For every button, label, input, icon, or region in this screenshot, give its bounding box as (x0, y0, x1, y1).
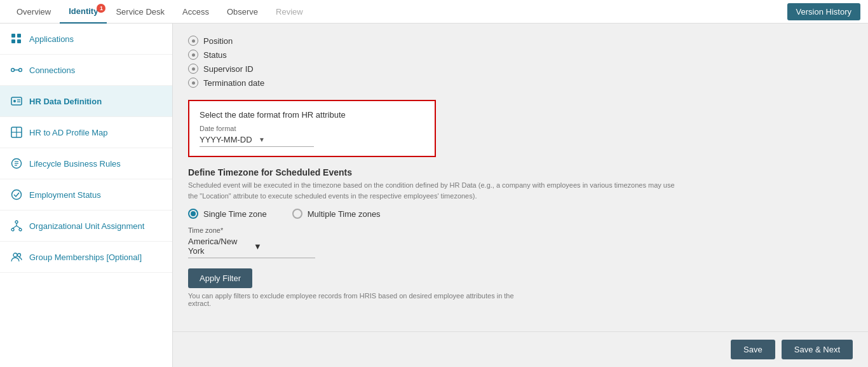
attr-status-label: Status (203, 50, 227, 60)
attr-termination-icon (188, 78, 198, 88)
map-icon (10, 126, 23, 139)
timezone-chevron-down-icon: ▼ (254, 242, 315, 251)
svg-line-23 (13, 226, 17, 228)
top-nav: Overview Identity 1 Service Desk Access … (0, 0, 868, 24)
nav-service-desk[interactable]: Service Desk (107, 0, 173, 24)
connect-icon (10, 64, 23, 76)
radio-multiple-label: Multiple Time zones (308, 209, 381, 219)
sidebar-item-employment-status[interactable]: Employment Status (0, 179, 172, 211)
attr-termination-label: Termination date (203, 78, 264, 88)
sidebar-label-applications: Applications (29, 34, 74, 44)
sidebar: Applications Connections HR (0, 24, 173, 367)
check-icon (10, 188, 23, 201)
nav-access[interactable]: Access (173, 0, 218, 24)
attr-termination-date: Termination date (188, 76, 853, 90)
attr-supervisor-icon (188, 64, 198, 74)
attr-status: Status (188, 48, 853, 62)
svg-point-5 (19, 69, 22, 72)
timezone-row: Time zone* America/New York ▼ (188, 226, 853, 258)
attr-supervisor-label: Supervisor ID (203, 64, 254, 74)
apply-filter-section: Apply Filter You can apply filters to ex… (188, 268, 853, 307)
radio-single-icon (188, 209, 198, 219)
nav-overview[interactable]: Overview (8, 0, 60, 24)
sidebar-item-hr-data-definition[interactable]: HR Data Definition (0, 86, 172, 117)
radio-single-label: Single Time zone (203, 209, 267, 219)
svg-rect-1 (17, 34, 21, 38)
identity-badge: 1 (97, 4, 105, 13)
sidebar-item-hr-ad-profile-map[interactable]: HR to AD Profile Map (0, 117, 172, 148)
timezone-field-label: Time zone* (188, 226, 853, 234)
svg-point-4 (11, 69, 15, 72)
nav-review: Review (267, 0, 312, 24)
svg-point-18 (12, 190, 22, 200)
svg-rect-2 (11, 39, 15, 43)
attr-position: Position (188, 34, 853, 48)
app-layout: Applications Connections HR (0, 24, 868, 367)
svg-point-21 (19, 228, 22, 231)
sidebar-item-org-unit-assignment[interactable]: Organizational Unit Assignment (0, 211, 172, 242)
attribute-list: Position Status Supervisor ID Terminatio… (188, 34, 853, 90)
svg-point-8 (13, 100, 16, 102)
radio-single-timezone[interactable]: Single Time zone (188, 209, 267, 219)
save-button[interactable]: Save (731, 340, 775, 359)
timezone-select[interactable]: America/New York ▼ (188, 237, 315, 258)
svg-rect-7 (11, 97, 22, 105)
sidebar-label-org-unit-assignment: Organizational Unit Assignment (29, 221, 144, 231)
attr-position-icon (188, 36, 198, 46)
timezone-section: Define Timezone for Scheduled Events Sch… (188, 167, 853, 258)
grid-icon (10, 32, 23, 45)
svg-rect-0 (11, 34, 15, 38)
sidebar-label-group-memberships: Group Memberships [Optional] (29, 253, 142, 262)
attr-status-icon (188, 50, 198, 60)
main-content: Position Status Supervisor ID Terminatio… (173, 24, 868, 331)
save-next-button[interactable]: Save & Next (782, 340, 853, 359)
svg-point-25 (13, 253, 17, 257)
attr-position-label: Position (203, 36, 233, 46)
footer: Save Save & Next (173, 331, 868, 367)
sidebar-label-lifecycle-business-rules: Lifecycle Business Rules (29, 159, 121, 169)
sidebar-label-hr-data-definition: HR Data Definition (29, 97, 102, 106)
timezone-title: Define Timezone for Scheduled Events (188, 167, 853, 177)
nav-identity[interactable]: Identity 1 (60, 0, 107, 24)
timezone-value: America/New York (188, 237, 250, 256)
sidebar-item-connections[interactable]: Connections (0, 55, 172, 86)
sidebar-label-connections: Connections (29, 66, 75, 75)
svg-point-26 (18, 254, 21, 257)
radio-multiple-timezone[interactable]: Multiple Time zones (292, 209, 381, 219)
date-format-select[interactable]: YYYY-MM-DD ▼ (200, 135, 314, 147)
attr-supervisor-id: Supervisor ID (188, 62, 853, 76)
id-icon (10, 95, 23, 107)
group-icon (10, 251, 23, 263)
svg-point-19 (15, 221, 18, 223)
sidebar-item-lifecycle-business-rules[interactable]: Lifecycle Business Rules (0, 148, 172, 179)
radio-multiple-icon (292, 209, 302, 219)
timezone-radio-group: Single Time zone Multiple Time zones (188, 209, 853, 219)
chevron-down-icon: ▼ (259, 136, 314, 143)
sidebar-label-hr-ad-profile-map: HR to AD Profile Map (29, 128, 108, 137)
timezone-description: Scheduled event will be executed in the … (188, 180, 677, 201)
date-format-value: YYYY-MM-DD (200, 135, 255, 144)
svg-point-20 (11, 228, 14, 231)
svg-rect-3 (17, 39, 21, 43)
sidebar-item-group-memberships[interactable]: Group Memberships [Optional] (0, 242, 172, 273)
org-icon (10, 219, 23, 232)
filter-description: You can apply filters to exclude employe… (188, 292, 531, 307)
nav-observe[interactable]: Observe (218, 0, 267, 24)
version-history-button[interactable]: Version History (787, 3, 860, 20)
apply-filter-button[interactable]: Apply Filter (188, 268, 252, 288)
date-format-label: Date format (200, 125, 424, 132)
svg-line-24 (17, 226, 20, 228)
date-format-box: Select the date format from HR attribute… (188, 100, 436, 157)
date-format-title: Select the date format from HR attribute (200, 110, 424, 120)
sidebar-label-employment-status: Employment Status (29, 190, 101, 200)
rules-icon (10, 157, 23, 170)
sidebar-item-applications[interactable]: Applications (0, 24, 172, 55)
